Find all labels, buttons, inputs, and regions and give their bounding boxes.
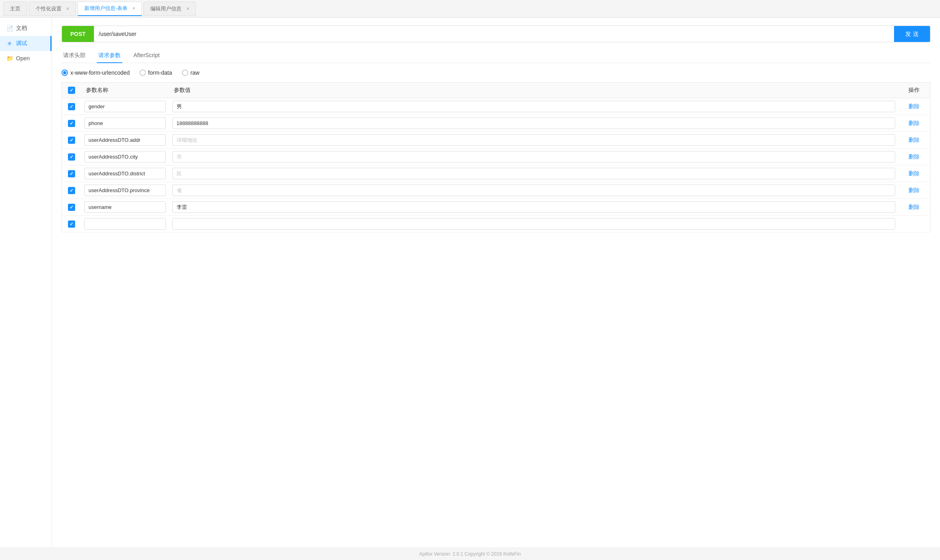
document-icon: 📄 [6, 25, 13, 32]
tab-edit-user[interactable]: 编辑用户信息 × [143, 2, 196, 16]
radio-x-www[interactable]: x-www-form-urlencoded [62, 70, 130, 76]
content-area: POST 发 送 请求头部 请求参数 AfterScript x-www-for… [52, 18, 940, 560]
table-header-row: 参数名称 参数值 操作 [62, 83, 930, 98]
row-value-cell [169, 199, 898, 216]
row-4-delete-button[interactable]: 删除 [908, 170, 920, 177]
row-1-value-input[interactable] [172, 117, 895, 129]
tab-add-user-close[interactable]: × [132, 6, 135, 11]
row-2-checkbox[interactable] [68, 137, 75, 144]
http-method-badge: POST [62, 26, 94, 42]
row-5-name-input[interactable] [84, 185, 166, 196]
tab-bar: 主页 个性化设置 × 新增用户信息-表单 × 编辑用户信息 × [0, 0, 940, 18]
row-6-name-input[interactable] [84, 201, 166, 213]
row-7-checkbox[interactable] [68, 220, 75, 228]
row-check-cell [62, 216, 81, 232]
send-button[interactable]: 发 送 [894, 26, 930, 42]
row-value-cell [169, 182, 898, 199]
table-row: 删除 [62, 98, 930, 115]
row-1-name-input[interactable] [84, 117, 166, 129]
main-layout: 📄 文档 ✳ 调试 📁 Open POST 发 送 请求头部 请求参数 [0, 18, 940, 560]
tab-add-user-label: 新增用户信息-表单 [84, 5, 127, 12]
sidebar-debug-label: 调试 [16, 40, 27, 47]
row-name-cell [81, 115, 169, 132]
radio-raw-circle [182, 70, 188, 76]
row-2-value-input[interactable] [172, 134, 895, 146]
row-5-checkbox[interactable] [68, 187, 75, 194]
table-row: 删除 [62, 165, 930, 182]
tab-settings[interactable]: 个性化设置 × [29, 2, 76, 16]
tab-edit-user-label: 编辑用户信息 [150, 5, 181, 12]
row-0-delete-button[interactable]: 删除 [908, 103, 920, 109]
radio-form-data[interactable]: form-data [139, 70, 172, 76]
radio-form-data-label: form-data [148, 70, 172, 76]
row-value-cell [169, 132, 898, 149]
row-action-cell: 删除 [898, 132, 930, 149]
row-0-value-input[interactable] [172, 101, 895, 112]
row-value-cell [169, 149, 898, 165]
sidebar-item-docs[interactable]: 📄 文档 [0, 21, 52, 36]
tab-add-user[interactable]: 新增用户信息-表单 × [78, 2, 142, 16]
url-bar: POST 发 送 [62, 26, 930, 42]
row-action-cell [898, 216, 930, 232]
row-name-cell [81, 165, 169, 182]
row-value-cell [169, 216, 898, 232]
table-row: 删除 [62, 199, 930, 216]
sidebar-open-label: Open [16, 55, 30, 62]
col-header-check [62, 83, 81, 98]
tab-settings-label: 个性化设置 [36, 5, 62, 12]
row-6-checkbox[interactable] [68, 204, 75, 211]
row-3-delete-button[interactable]: 删除 [908, 153, 920, 160]
row-7-value-input[interactable] [172, 218, 895, 230]
row-4-name-input[interactable] [84, 168, 166, 179]
row-5-delete-button[interactable]: 删除 [908, 187, 920, 193]
sub-tab-request-header[interactable]: 请求头部 [62, 49, 87, 63]
row-0-name-input[interactable] [84, 101, 166, 112]
table-row: 删除 [62, 132, 930, 149]
tab-settings-close[interactable]: × [66, 6, 69, 12]
row-action-cell: 删除 [898, 149, 930, 165]
row-action-cell: 删除 [898, 182, 930, 199]
row-value-cell [169, 98, 898, 115]
row-check-cell [62, 182, 81, 199]
table-row [62, 216, 930, 232]
row-7-name-input[interactable] [84, 218, 166, 230]
row-6-delete-button[interactable]: 删除 [908, 204, 920, 210]
sidebar-docs-label: 文档 [16, 25, 27, 32]
col-header-param-name: 参数名称 [81, 83, 169, 98]
row-2-delete-button[interactable]: 删除 [908, 137, 920, 143]
col-header-param-value: 参数值 [169, 83, 898, 98]
table-row: 删除 [62, 182, 930, 199]
row-check-cell [62, 165, 81, 182]
sidebar: 📄 文档 ✳ 调试 📁 Open [0, 18, 52, 560]
row-3-value-input[interactable] [172, 151, 895, 163]
row-4-checkbox[interactable] [68, 170, 75, 177]
radio-x-www-circle [62, 70, 68, 76]
row-check-cell [62, 115, 81, 132]
row-check-cell [62, 132, 81, 149]
sub-tab-request-params[interactable]: 请求参数 [97, 49, 122, 63]
row-2-name-input[interactable] [84, 134, 166, 146]
row-action-cell: 删除 [898, 199, 930, 216]
row-3-checkbox[interactable] [68, 153, 75, 161]
row-name-cell [81, 98, 169, 115]
row-6-value-input[interactable] [172, 201, 895, 213]
url-input[interactable] [94, 26, 894, 42]
header-checkbox[interactable] [68, 87, 75, 94]
sidebar-item-debug[interactable]: ✳ 调试 [0, 36, 52, 51]
row-name-cell [81, 149, 169, 165]
row-1-delete-button[interactable]: 删除 [908, 120, 920, 126]
sidebar-item-open[interactable]: 📁 Open [0, 51, 52, 66]
row-name-cell [81, 132, 169, 149]
row-0-checkbox[interactable] [68, 103, 75, 110]
row-3-name-input[interactable] [84, 151, 166, 163]
sub-tab-after-script[interactable]: AfterScript [132, 49, 161, 63]
row-4-value-input[interactable] [172, 168, 895, 179]
tab-edit-user-close[interactable]: × [186, 6, 189, 12]
tab-home[interactable]: 主页 [3, 2, 27, 16]
radio-raw[interactable]: raw [182, 70, 200, 76]
radio-raw-label: raw [191, 70, 200, 76]
table-row: 删除 [62, 115, 930, 132]
row-1-checkbox[interactable] [68, 120, 75, 127]
row-5-value-input[interactable] [172, 185, 895, 196]
radio-group: x-www-form-urlencoded form-data raw [62, 70, 930, 76]
